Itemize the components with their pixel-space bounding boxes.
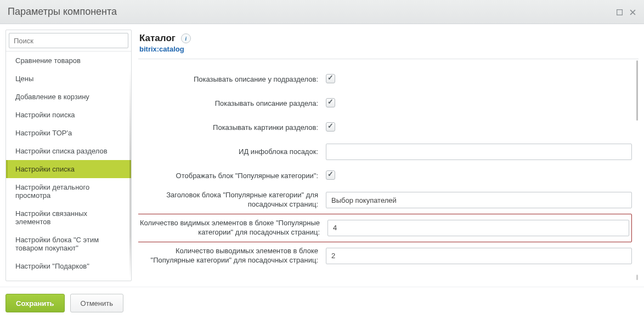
label-section-pics: Показывать картинки разделов: — [138, 123, 318, 133]
form-scrollbar[interactable] — [636, 60, 638, 121]
label-visible-count: Количество видимых элементов в блоке "По… — [140, 219, 320, 237]
tree-item-related[interactable]: Настройки связанных элементов — [6, 204, 131, 231]
input-popular-title[interactable] — [326, 192, 632, 208]
input-landing-iblock[interactable] — [326, 144, 632, 160]
form-scroll: Показывать описание у подразделов: Показ… — [138, 59, 639, 281]
tree-item-search-settings[interactable]: Настройки поиска — [6, 106, 131, 124]
tree-item-sections-list[interactable]: Настройки списка разделов — [6, 142, 131, 160]
tree-item-list-settings[interactable]: Настройки списка — [6, 160, 131, 178]
search-input[interactable] — [9, 33, 128, 48]
footer: Сохранить Отменить — [0, 287, 644, 319]
save-button[interactable]: Сохранить — [5, 294, 65, 312]
window-title: Параметры компонента — [8, 6, 610, 18]
highlighted-row: Количество видимых элементов в блоке "По… — [138, 214, 632, 242]
label-subsection-desc: Показывать описание у подразделов: — [138, 75, 318, 84]
checkbox-section-desc[interactable] — [326, 98, 335, 107]
label-landing-iblock: ИД инфоблока посадок: — [138, 147, 318, 157]
checkbox-section-pics[interactable] — [326, 122, 335, 132]
input-visible-count[interactable] — [327, 220, 629, 236]
svg-rect-0 — [617, 9, 623, 15]
main-panel: Каталог i bitrix:catalog Показывать опис… — [138, 30, 639, 281]
component-name: bitrix:catalog — [139, 45, 639, 53]
maximize-icon[interactable] — [617, 9, 623, 15]
checkbox-subsection-desc[interactable] — [326, 74, 335, 83]
info-icon[interactable]: i — [181, 33, 191, 43]
tree-item-compare[interactable]: Сравнение товаров — [6, 52, 131, 70]
sidebar-scrollbar[interactable] — [129, 69, 131, 278]
close-icon[interactable] — [630, 9, 636, 15]
form-scrollbar-end[interactable] — [636, 275, 638, 280]
input-output-count[interactable] — [326, 248, 632, 264]
sidebar: Сравнение товаров Цены Добавление в корз… — [5, 30, 132, 281]
tree-item-top-settings[interactable]: Настройки ТОР'а — [6, 124, 131, 142]
checkbox-show-popular[interactable] — [326, 170, 335, 180]
label-show-popular: Отображать блок "Популярные категории": — [138, 172, 318, 181]
cancel-button[interactable]: Отменить — [70, 294, 123, 312]
label-section-desc: Показывать описание раздела: — [138, 99, 318, 109]
tree-item-prices[interactable]: Цены — [6, 70, 131, 88]
tree-item-add-to-cart[interactable]: Добавление в корзину — [6, 88, 131, 106]
tree-item-gifts[interactable]: Настройки "Подарков" — [6, 257, 131, 275]
component-title: Каталог — [139, 33, 176, 44]
tree-item-also-buy[interactable]: Настройки блока "С этим товаром покупают… — [6, 231, 131, 257]
tree-item-detail[interactable]: Настройки детального просмотра — [6, 178, 131, 204]
label-popular-title: Заголовок блока "Популярные категории" д… — [138, 191, 318, 209]
label-output-count: Количество выводимых элементов в блоке "… — [138, 247, 318, 265]
sidebar-tree: Сравнение товаров Цены Добавление в корз… — [6, 52, 131, 281]
titlebar: Параметры компонента — [0, 0, 644, 24]
